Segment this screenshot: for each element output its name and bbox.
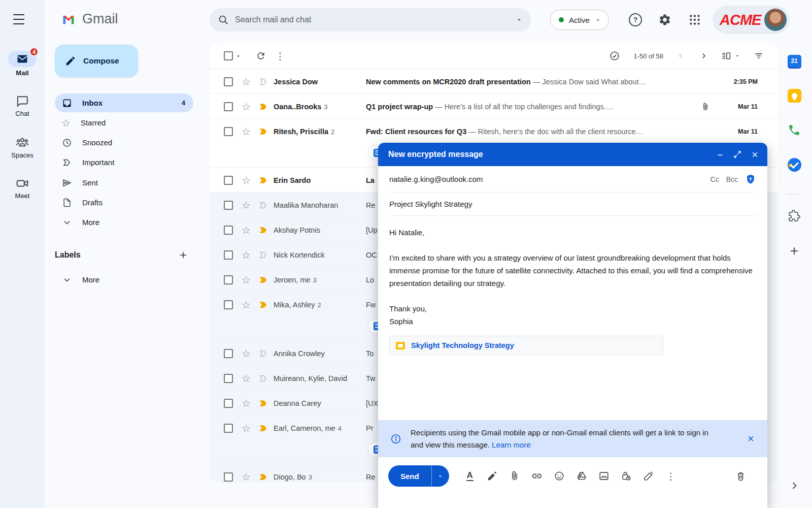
star-icon[interactable]: ☆ — [241, 373, 251, 384]
importance-marker[interactable] — [258, 77, 268, 87]
rail-item-meet[interactable]: Meet — [0, 177, 45, 200]
insert-from-drive-button[interactable] — [571, 465, 592, 487]
body-signature[interactable]: Sophia — [389, 315, 756, 328]
importance-marker[interactable] — [258, 200, 268, 210]
body-greeting[interactable]: Hi Natalie, — [389, 226, 756, 239]
select-all-checkbox[interactable] — [224, 51, 233, 60]
row-checkbox[interactable] — [224, 424, 233, 433]
bcc-button[interactable]: Bcc — [726, 175, 738, 183]
insert-emoji-button[interactable] — [549, 465, 570, 487]
banner-close-icon[interactable] — [747, 434, 755, 443]
tasks-panel-button[interactable] — [786, 158, 803, 172]
body-paragraph[interactable]: I’m excited to share with you a strategy… — [389, 251, 756, 290]
importance-marker[interactable] — [258, 348, 268, 359]
search-bar[interactable] — [210, 8, 531, 31]
mail-pill[interactable]: 4 — [8, 51, 37, 67]
star-icon[interactable]: ☆ — [241, 250, 251, 260]
select-mode-icon[interactable] — [609, 50, 620, 61]
subject-field[interactable]: Project Skylight Strategy — [389, 193, 756, 216]
apps-grid-button[interactable] — [688, 13, 701, 26]
signature-button[interactable] — [638, 465, 659, 487]
filter-icon[interactable] — [754, 51, 764, 61]
settings-button[interactable] — [658, 13, 671, 26]
compose-header[interactable]: New encrypted message — [378, 143, 767, 166]
row-checkbox[interactable] — [224, 374, 233, 383]
sidebar-labels-more[interactable]: More — [55, 270, 193, 289]
send-button[interactable]: Send — [388, 465, 432, 487]
sidebar-item-more[interactable]: More — [55, 213, 193, 232]
sidebar-item-starred[interactable]: ☆ Starred — [55, 113, 193, 132]
compose-button[interactable]: Compose — [55, 45, 138, 77]
compose-more-options-button[interactable]: ⋮ — [660, 465, 682, 487]
get-addons-button[interactable]: + — [786, 243, 803, 259]
importance-marker[interactable] — [258, 102, 268, 112]
importance-marker[interactable] — [258, 250, 268, 260]
addons-button[interactable] — [786, 210, 803, 222]
star-icon[interactable]: ☆ — [241, 348, 251, 359]
star-icon[interactable]: ☆ — [241, 275, 251, 285]
rail-item-chat[interactable]: Chat — [0, 94, 45, 117]
select-chevron-icon[interactable] — [235, 53, 242, 59]
importance-marker[interactable] — [258, 225, 268, 235]
message-body[interactable]: Hi Natalie, I’m excited to share with yo… — [378, 216, 767, 420]
row-checkbox[interactable] — [224, 77, 233, 86]
star-icon[interactable]: ☆ — [241, 472, 251, 482]
cc-button[interactable]: Cc — [710, 175, 719, 183]
email-row[interactable]: ☆ Oana..Brooks3 Q1 project wrap-up — Her… — [210, 94, 778, 119]
star-icon[interactable]: ☆ — [241, 102, 251, 112]
importance-marker[interactable] — [258, 275, 268, 285]
row-checkbox[interactable] — [224, 127, 233, 136]
formatting-options-button[interactable]: A — [459, 465, 481, 487]
page-next-icon[interactable] — [699, 51, 708, 60]
recipients-row[interactable]: natalie.g.king@outlook.com Cc Bcc — [389, 166, 756, 193]
status-selector[interactable]: Active — [550, 10, 609, 30]
importance-marker[interactable] — [258, 126, 268, 137]
importance-marker[interactable] — [258, 300, 268, 310]
row-checkbox[interactable] — [224, 275, 233, 284]
sidebar-item-important[interactable]: Important — [55, 153, 193, 172]
close-icon[interactable] — [751, 150, 759, 159]
row-checkbox[interactable] — [224, 300, 233, 309]
importance-marker[interactable] — [258, 373, 268, 384]
refresh-button[interactable] — [251, 51, 271, 61]
star-icon[interactable]: ☆ — [241, 423, 251, 433]
attach-file-button[interactable] — [504, 465, 525, 487]
learn-more-link[interactable]: Learn more — [492, 440, 531, 449]
split-pane-toggle[interactable] — [721, 51, 740, 61]
row-checkbox[interactable] — [224, 399, 233, 408]
row-checkbox[interactable] — [224, 472, 233, 482]
sidebar-item-snoozed[interactable]: Snoozed — [55, 133, 193, 152]
keep-panel-button[interactable] — [786, 89, 803, 103]
calendar-panel-button[interactable]: 31 — [786, 55, 803, 69]
side-panel-collapse-button[interactable] — [786, 481, 803, 491]
row-checkbox[interactable] — [224, 176, 233, 185]
add-label-button[interactable]: + — [180, 248, 187, 262]
row-checkbox[interactable] — [224, 102, 233, 111]
rail-item-mail[interactable]: 4 Mail — [0, 51, 45, 77]
importance-marker[interactable] — [258, 175, 268, 185]
main-menu-icon[interactable] — [13, 14, 24, 24]
star-icon[interactable]: ☆ — [241, 398, 251, 408]
recipient-value[interactable]: natalie.g.king@outlook.com — [389, 175, 483, 183]
row-checkbox[interactable] — [224, 201, 233, 210]
rail-item-spaces[interactable]: Spaces — [0, 135, 45, 159]
star-icon[interactable]: ☆ — [241, 300, 251, 310]
confidential-mode-button[interactable] — [616, 465, 637, 487]
row-checkbox[interactable] — [224, 250, 233, 260]
insert-photo-button[interactable] — [593, 465, 615, 487]
star-icon[interactable]: ☆ — [241, 126, 251, 137]
help-me-write-button[interactable] — [482, 465, 503, 487]
row-checkbox[interactable] — [224, 226, 233, 235]
sidebar-item-drafts[interactable]: Drafts — [55, 193, 193, 212]
insert-link-button[interactable] — [526, 465, 548, 487]
minimize-icon[interactable] — [716, 150, 724, 158]
list-more-button[interactable]: ⋮ — [271, 50, 289, 62]
encryption-shield-icon[interactable] — [745, 174, 756, 185]
discard-draft-button[interactable] — [730, 465, 751, 487]
voice-panel-button[interactable] — [786, 123, 803, 137]
search-input[interactable] — [235, 15, 510, 24]
user-avatar[interactable] — [764, 9, 787, 31]
importance-marker[interactable] — [258, 423, 268, 433]
send-options-button[interactable] — [432, 465, 449, 487]
importance-marker[interactable] — [258, 472, 268, 482]
